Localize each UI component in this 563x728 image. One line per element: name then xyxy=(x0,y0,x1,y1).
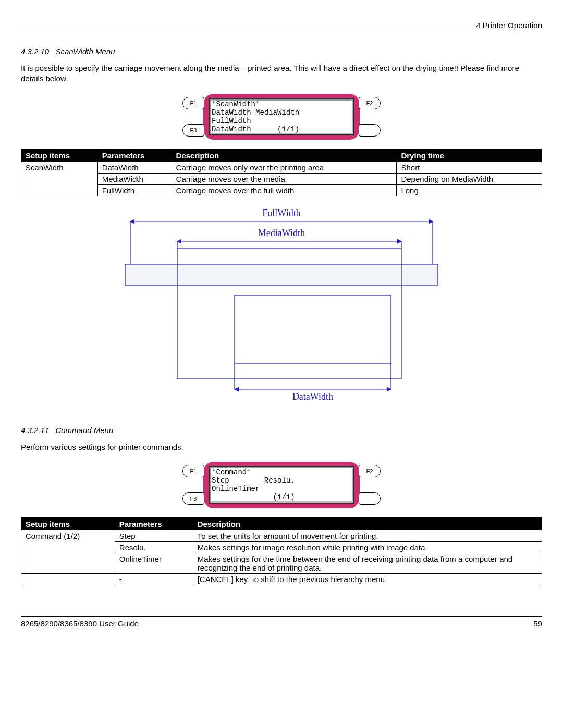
cell-param: MediaWidth xyxy=(97,173,172,184)
cell-setup-item: ScanWidth xyxy=(21,162,98,196)
table-command: Setup items Parameters Description Comma… xyxy=(21,517,542,585)
cell-drying: Depending on MediaWidth xyxy=(397,173,542,184)
cell-param: Resolu. xyxy=(115,541,193,553)
lcd-button-f4 xyxy=(359,492,381,505)
cell-param: Step xyxy=(115,530,193,541)
table-scanwidth: Setup items Parameters Description Dryin… xyxy=(21,149,542,196)
table-header-row: Setup items Parameters Description xyxy=(21,517,542,530)
lcd-frame: F1 F2 F3 *ScanWidth* DataWidth MediaWidt… xyxy=(203,94,360,140)
lcd-panel-scanwidth: F1 F2 F3 *ScanWidth* DataWidth MediaWidt… xyxy=(21,94,542,140)
th-description: Description xyxy=(193,517,542,530)
footer-page-number: 59 xyxy=(533,619,542,628)
table-row: - [CANCEL] key: to shift to the previous… xyxy=(21,573,542,585)
th-description: Description xyxy=(172,149,397,162)
section-heading-command: 4.3.2.11 Command Menu xyxy=(21,426,542,435)
cell-desc: To set the units for amount of movement … xyxy=(193,530,542,541)
section-body: It is possible to specify the carriage m… xyxy=(21,63,542,84)
lcd-button-f3: F3 xyxy=(182,124,204,137)
section-number: 4.3.2.10 xyxy=(21,47,49,56)
lcd-button-f3: F3 xyxy=(182,492,204,505)
th-setup-items: Setup items xyxy=(21,517,115,530)
width-diagram: FullWidth MediaWidth DataWidth xyxy=(21,207,542,405)
table-row: Command (1/2) Step To set the units for … xyxy=(21,530,542,541)
table-row: FullWidth Carriage moves over the full w… xyxy=(21,184,542,196)
lcd-button-f1: F1 xyxy=(182,465,204,477)
cell-drying: Long xyxy=(397,184,542,196)
cell-param: - xyxy=(115,573,193,585)
cell-param: OnlineTimer xyxy=(115,553,193,573)
lcd-button-f2: F2 xyxy=(359,465,381,477)
svg-rect-6 xyxy=(125,264,438,285)
section-body: Perform various settings for printer com… xyxy=(21,442,542,452)
section-title: Command Menu xyxy=(55,426,113,435)
cell-setup-item xyxy=(21,573,115,585)
diagram-label-datawidth: DataWidth xyxy=(292,391,333,402)
cell-desc: Makes settings for image resolution whil… xyxy=(193,541,542,553)
diagram-label-mediawidth: MediaWidth xyxy=(258,228,305,238)
svg-rect-8 xyxy=(235,295,391,363)
cell-desc: Carriage moves only over the printing ar… xyxy=(172,162,397,173)
lcd-screen: *Command* Step Resolu. OnlineTimer (1/1) xyxy=(209,466,354,503)
th-parameters: Parameters xyxy=(97,149,172,162)
th-parameters: Parameters xyxy=(115,517,193,530)
cell-desc: Makes settings for the time between the … xyxy=(193,553,542,573)
cell-desc: Carriage moves over the full width xyxy=(172,184,397,196)
table-row: ScanWidth DataWidth Carriage moves only … xyxy=(21,162,542,173)
table-row: MediaWidth Carriage moves over the media… xyxy=(21,173,542,184)
table-header-row: Setup items Parameters Description Dryin… xyxy=(21,149,542,162)
section-heading-scanwidth: 4.3.2.10 ScanWidth Menu xyxy=(21,47,542,56)
page-header: 4 Printer Operation xyxy=(21,21,542,31)
cell-drying: Short xyxy=(397,162,542,173)
lcd-button-f1: F1 xyxy=(182,97,204,109)
th-drying-time: Drying time xyxy=(397,149,542,162)
th-setup-items: Setup items xyxy=(21,149,98,162)
chapter-label: 4 Printer Operation xyxy=(476,21,542,30)
cell-param: FullWidth xyxy=(97,184,172,196)
lcd-frame: F1 F2 F3 *Command* Step Resolu. OnlineTi… xyxy=(203,462,360,508)
lcd-panel-command: F1 F2 F3 *Command* Step Resolu. OnlineTi… xyxy=(21,462,542,508)
lcd-screen: *ScanWidth* DataWidth MediaWidth FullWid… xyxy=(209,98,354,135)
page-footer: 8265/8290/8365/8390 User Guide 59 xyxy=(21,616,542,628)
lcd-button-f4 xyxy=(359,124,381,137)
footer-doc-title: 8265/8290/8365/8390 User Guide xyxy=(21,619,139,628)
section-title: ScanWidth Menu xyxy=(55,47,115,56)
cell-setup-item: Command (1/2) xyxy=(21,530,115,573)
cell-desc: [CANCEL] key: to shift to the previous h… xyxy=(193,573,542,585)
diagram-label-fullwidth: FullWidth xyxy=(262,208,300,218)
lcd-button-f2: F2 xyxy=(359,97,381,109)
cell-desc: Carriage moves over the media xyxy=(172,173,397,184)
cell-param: DataWidth xyxy=(97,162,172,173)
section-number: 4.3.2.11 xyxy=(21,426,49,435)
